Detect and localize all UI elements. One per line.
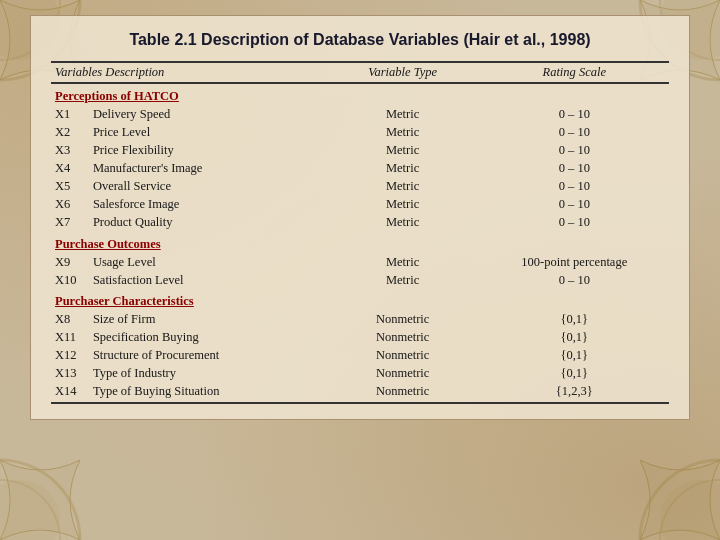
var-id: X5 — [51, 178, 89, 196]
table-row: X9 Usage Level Metric 100-point percenta… — [51, 253, 669, 271]
var-desc: Satisfaction Level — [89, 271, 326, 289]
var-desc: Overall Service — [89, 178, 326, 196]
section-header-0: Perceptions of HATCO — [51, 83, 669, 106]
var-type: Metric — [326, 160, 480, 178]
col-type: Variable Type — [326, 62, 480, 83]
rating-scale: {1,2,3} — [480, 383, 669, 404]
var-id: X8 — [51, 311, 89, 329]
var-desc: Product Quality — [89, 214, 326, 232]
col-scale: Rating Scale — [480, 62, 669, 83]
var-desc: Specification Buying — [89, 329, 326, 347]
var-id: X12 — [51, 347, 89, 365]
rating-scale: {0,1} — [480, 365, 669, 383]
var-desc: Usage Level — [89, 253, 326, 271]
variables-table: Variables Description Variable Type Rati… — [51, 61, 669, 404]
var-id: X11 — [51, 329, 89, 347]
var-type: Nonmetric — [326, 383, 480, 404]
var-id: X14 — [51, 383, 89, 404]
table-row: X2 Price Level Metric 0 – 10 — [51, 124, 669, 142]
var-type: Metric — [326, 253, 480, 271]
section-label: Purchase Outcomes — [51, 232, 669, 254]
var-id: X4 — [51, 160, 89, 178]
var-type: Nonmetric — [326, 365, 480, 383]
table-row: X13 Type of Industry Nonmetric {0,1} — [51, 365, 669, 383]
var-desc: Salesforce Image — [89, 196, 326, 214]
var-desc: Manufacturer's Image — [89, 160, 326, 178]
var-type: Metric — [326, 124, 480, 142]
rating-scale: {0,1} — [480, 329, 669, 347]
main-content: Table 2.1 Description of Database Variab… — [30, 15, 690, 420]
table-row: X4 Manufacturer's Image Metric 0 – 10 — [51, 160, 669, 178]
var-id: X1 — [51, 106, 89, 124]
section-label: Purchaser Characteristics — [51, 289, 669, 311]
table-row: X1 Delivery Speed Metric 0 – 10 — [51, 106, 669, 124]
table-row: X8 Size of Firm Nonmetric {0,1} — [51, 311, 669, 329]
table-row: X3 Price Flexibility Metric 0 – 10 — [51, 142, 669, 160]
var-id: X13 — [51, 365, 89, 383]
var-desc: Size of Firm — [89, 311, 326, 329]
rating-scale: 0 – 10 — [480, 214, 669, 232]
table-row: X12 Structure of Procurement Nonmetric {… — [51, 347, 669, 365]
var-type: Nonmetric — [326, 347, 480, 365]
table-row: X11 Specification Buying Nonmetric {0,1} — [51, 329, 669, 347]
table-row: X6 Salesforce Image Metric 0 – 10 — [51, 196, 669, 214]
table-header: Variables Description Variable Type Rati… — [51, 62, 669, 83]
table-row: X10 Satisfaction Level Metric 0 – 10 — [51, 271, 669, 289]
var-type: Nonmetric — [326, 329, 480, 347]
var-id: X10 — [51, 271, 89, 289]
rating-scale: 0 – 10 — [480, 106, 669, 124]
rating-scale: 0 – 10 — [480, 271, 669, 289]
rating-scale: 0 – 10 — [480, 142, 669, 160]
section-label: Perceptions of HATCO — [51, 83, 669, 106]
table-row: X7 Product Quality Metric 0 – 10 — [51, 214, 669, 232]
var-id: X2 — [51, 124, 89, 142]
rating-scale: 0 – 10 — [480, 160, 669, 178]
var-desc: Structure of Procurement — [89, 347, 326, 365]
var-desc: Type of Industry — [89, 365, 326, 383]
var-type: Metric — [326, 142, 480, 160]
rating-scale: 0 – 10 — [480, 178, 669, 196]
rating-scale: 100-point percentage — [480, 253, 669, 271]
var-desc: Price Flexibility — [89, 142, 326, 160]
var-id: X9 — [51, 253, 89, 271]
var-desc: Delivery Speed — [89, 106, 326, 124]
var-id: X3 — [51, 142, 89, 160]
rating-scale: 0 – 10 — [480, 196, 669, 214]
var-id: X7 — [51, 214, 89, 232]
col-desc: Variables Description — [51, 62, 326, 83]
var-type: Metric — [326, 178, 480, 196]
section-header-1: Purchase Outcomes — [51, 232, 669, 254]
rating-scale: {0,1} — [480, 347, 669, 365]
rating-scale: 0 – 10 — [480, 124, 669, 142]
var-type: Metric — [326, 106, 480, 124]
var-desc: Type of Buying Situation — [89, 383, 326, 404]
var-type: Metric — [326, 271, 480, 289]
table-row: X5 Overall Service Metric 0 – 10 — [51, 178, 669, 196]
var-id: X6 — [51, 196, 89, 214]
var-desc: Price Level — [89, 124, 326, 142]
var-type: Nonmetric — [326, 311, 480, 329]
var-type: Metric — [326, 196, 480, 214]
rating-scale: {0,1} — [480, 311, 669, 329]
table-row: X14 Type of Buying Situation Nonmetric {… — [51, 383, 669, 404]
page-title: Table 2.1 Description of Database Variab… — [51, 31, 669, 49]
var-type: Metric — [326, 214, 480, 232]
section-header-2: Purchaser Characteristics — [51, 289, 669, 311]
